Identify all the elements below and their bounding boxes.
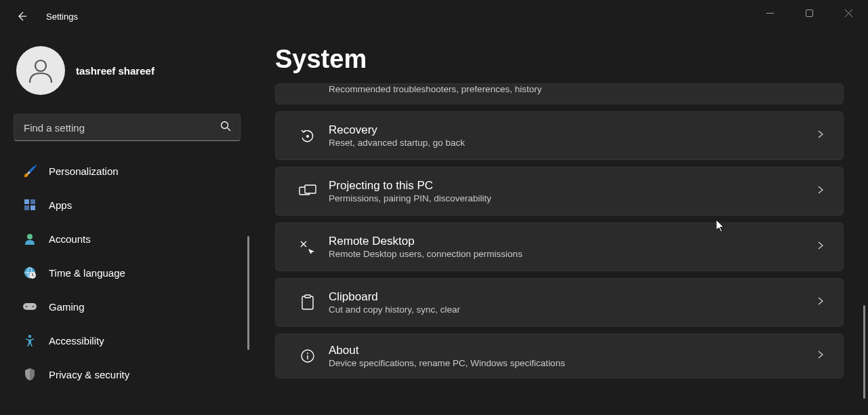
sidebar: tashreef shareef 🖌️ Personalization xyxy=(0,33,251,415)
apps-icon xyxy=(23,198,37,212)
user-name: tashreef shareef xyxy=(76,65,154,77)
cards: Recommended troubleshooters, preferences… xyxy=(275,83,844,378)
card-text: Recommended troubleshooters, preferences… xyxy=(329,84,825,94)
card-recovery[interactable]: Recovery Reset, advanced startup, go bac… xyxy=(275,111,844,160)
svg-rect-6 xyxy=(30,205,35,210)
card-text: Recovery Reset, advanced startup, go bac… xyxy=(329,123,816,148)
content-scrollbar[interactable] xyxy=(863,305,865,399)
card-title: Clipboard xyxy=(329,290,816,304)
svg-point-12 xyxy=(33,306,35,308)
clipboard-icon xyxy=(292,294,323,311)
card-desc: Recommended troubleshooters, preferences… xyxy=(329,84,825,94)
sidebar-item-accounts[interactable]: Accounts xyxy=(14,225,241,252)
card-desc: Device specifications, rename PC, Window… xyxy=(329,358,816,368)
titlebar: Settings xyxy=(0,0,868,33)
svg-rect-10 xyxy=(23,303,37,310)
svg-point-20 xyxy=(307,353,308,354)
chevron-right-icon xyxy=(816,296,825,309)
svg-point-14 xyxy=(306,135,309,138)
svg-rect-18 xyxy=(305,295,310,298)
window-controls xyxy=(750,0,868,27)
avatar-icon xyxy=(26,56,56,85)
close-button[interactable] xyxy=(829,0,868,26)
page-title: System xyxy=(275,45,844,74)
card-title: Remote Desktop xyxy=(329,235,816,248)
card-desc: Permissions, pairing PIN, discoverabilit… xyxy=(329,193,816,203)
sidebar-item-label: Time & language xyxy=(49,267,125,279)
back-arrow-icon xyxy=(16,11,27,22)
user-section[interactable]: tashreef shareef xyxy=(14,46,251,95)
chevron-right-icon xyxy=(816,350,825,362)
sidebar-item-label: Gaming xyxy=(49,301,85,313)
maximize-icon xyxy=(806,9,813,17)
sidebar-item-privacy[interactable]: Privacy & security xyxy=(14,361,241,388)
shield-icon xyxy=(23,368,37,381)
search-input[interactable] xyxy=(14,114,241,141)
svg-point-11 xyxy=(26,306,28,308)
sidebar-item-label: Accessibility xyxy=(49,335,104,347)
card-text: Projecting to this PC Permissions, pairi… xyxy=(329,179,816,203)
info-icon xyxy=(292,349,323,363)
gamepad-icon xyxy=(23,300,37,313)
close-icon xyxy=(845,9,852,17)
card-projecting[interactable]: Projecting to this PC Permissions, pairi… xyxy=(275,167,844,216)
card-title: About xyxy=(329,344,816,357)
svg-rect-0 xyxy=(806,9,812,16)
chevron-right-icon xyxy=(816,130,825,142)
svg-rect-17 xyxy=(302,296,313,309)
maximize-button[interactable] xyxy=(789,0,829,26)
sidebar-item-label: Personalization xyxy=(49,165,119,177)
svg-rect-16 xyxy=(305,185,316,193)
svg-point-7 xyxy=(27,234,33,239)
account-icon xyxy=(23,232,37,245)
paintbrush-icon: 🖌️ xyxy=(23,164,37,178)
sidebar-item-label: Accounts xyxy=(49,233,91,245)
sidebar-item-accessibility[interactable]: Accessibility xyxy=(14,327,241,354)
sidebar-scrollbar[interactable] xyxy=(247,236,249,350)
content: System Recommended troubleshooters, pref… xyxy=(251,33,868,415)
card-text: Remote Desktop Remote Desktop users, con… xyxy=(329,235,816,259)
card-text: Clipboard Cut and copy history, sync, cl… xyxy=(329,290,816,315)
svg-rect-4 xyxy=(30,199,35,204)
sidebar-item-personalization[interactable]: 🖌️ Personalization xyxy=(14,157,241,184)
card-remote-desktop[interactable]: Remote Desktop Remote Desktop users, con… xyxy=(275,222,844,271)
accessibility-icon xyxy=(23,334,37,347)
svg-point-1 xyxy=(35,60,46,71)
card-title: Recovery xyxy=(329,123,816,137)
sidebar-item-apps[interactable]: Apps xyxy=(14,191,241,218)
main: tashreef shareef 🖌️ Personalization xyxy=(0,33,868,415)
card-text: About Device specifications, rename PC, … xyxy=(329,344,816,368)
back-button[interactable] xyxy=(9,4,34,28)
remote-desktop-icon xyxy=(292,240,323,254)
card-title: Projecting to this PC xyxy=(329,179,816,193)
card-about[interactable]: About Device specifications, rename PC, … xyxy=(275,334,844,378)
sidebar-item-gaming[interactable]: Gaming xyxy=(14,293,241,320)
svg-point-13 xyxy=(28,335,31,338)
chevron-right-icon xyxy=(816,185,825,197)
card-troubleshoot[interactable]: Recommended troubleshooters, preferences… xyxy=(275,83,844,104)
svg-rect-5 xyxy=(24,205,29,210)
globe-clock-icon xyxy=(23,266,37,279)
minimize-icon xyxy=(766,9,774,17)
minimize-button[interactable] xyxy=(750,0,789,26)
card-desc: Remote Desktop users, connection permiss… xyxy=(329,249,816,259)
sidebar-item-label: Privacy & security xyxy=(49,369,129,380)
nav-list: 🖌️ Personalization Apps xyxy=(14,157,251,388)
sidebar-item-label: Apps xyxy=(49,199,72,211)
card-desc: Reset, advanced startup, go back xyxy=(329,138,816,148)
app-title: Settings xyxy=(46,12,78,22)
recovery-icon xyxy=(292,128,323,143)
search-wrap xyxy=(14,114,241,141)
chevron-right-icon xyxy=(816,241,825,253)
card-clipboard[interactable]: Clipboard Cut and copy history, sync, cl… xyxy=(275,278,844,327)
sidebar-item-time-language[interactable]: Time & language xyxy=(14,259,241,286)
svg-rect-3 xyxy=(24,199,29,204)
card-desc: Cut and copy history, sync, clear xyxy=(329,304,816,315)
avatar xyxy=(16,46,65,95)
projecting-icon xyxy=(292,184,323,198)
